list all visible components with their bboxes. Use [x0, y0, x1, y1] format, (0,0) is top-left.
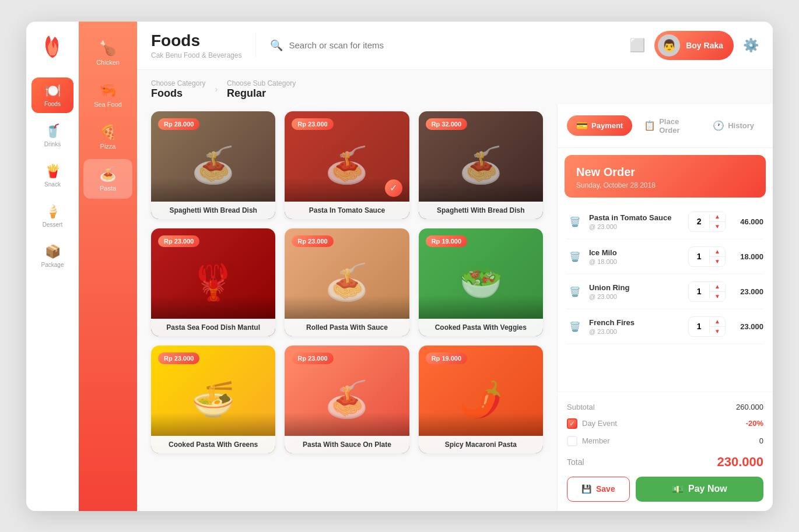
food-card[interactable]: 🍝 Rp 23.000 Rolled Pasta With Sauce	[285, 228, 409, 336]
order-item-unit-price: @ 23.000	[589, 328, 682, 335]
member-row: Member 0	[567, 432, 763, 450]
food-price-badge: Rp 23.000	[292, 118, 333, 130]
settings-icon[interactable]: ⚙️	[743, 38, 759, 53]
food-card[interactable]: 🥗 Rp 19.000 Cooked Pasta With Veggies	[419, 228, 543, 336]
delete-item-button[interactable]: 🗑️	[567, 249, 583, 265]
page-subtitle: Cak Benu Food & Beverages	[151, 51, 241, 59]
day-event-value: -20%	[746, 419, 763, 428]
header-right: 👨 Boy Raka ⚙️	[654, 31, 759, 60]
quantity-buttons: ▲ ▼	[710, 247, 725, 266]
sidebar-item-dessert[interactable]: 🍦 Dessert	[31, 198, 73, 234]
snack-icon: 🍟	[45, 164, 61, 179]
food-card[interactable]: 🍝 Rp 23.000 Pasta With Sauce On Plate	[285, 346, 409, 453]
order-item-total: 23.000	[731, 287, 763, 296]
category-chevron-icon: ›	[215, 84, 218, 94]
quantity-increase-button[interactable]: ▲	[710, 212, 725, 222]
food-card-name: Pasta Sea Food Dish Mantul	[151, 319, 275, 336]
quantity-decrease-button[interactable]: ▼	[710, 327, 725, 336]
tab-payment[interactable]: 💳 Payment	[567, 115, 632, 136]
category-bar: Choose Category Foods › Choose Sub Categ…	[137, 70, 773, 104]
food-card-name: Cooked Pasta With Greens	[151, 436, 275, 453]
food-grid: 🍝 Rp 28.000 Spaghetti With Bread Dish 🍝 …	[151, 111, 543, 453]
quantity-display: 1	[689, 249, 710, 263]
day-event-row: ✓ Day Event -20%	[567, 415, 763, 432]
order-item: 🗑️ Union Ring @ 23.000 1 ▲ ▼ 23.000	[567, 274, 763, 309]
user-name: Boy Raka	[686, 41, 723, 50]
food-card[interactable]: 🍝 Rp 32.000 Spaghetti With Bread Dish	[419, 111, 543, 219]
cat-item-chicken[interactable]: 🍗 Chicken	[83, 33, 132, 73]
search-input[interactable]	[289, 40, 623, 50]
payment-icon: 💳	[576, 120, 588, 131]
order-item-unit-price: @ 23.000	[589, 223, 682, 230]
day-event-checkbox-row: ✓ Day Event	[567, 418, 617, 429]
quantity-decrease-button[interactable]: ▼	[710, 222, 725, 231]
sidebar-item-package[interactable]: 📦 Package	[31, 238, 73, 274]
package-icon: 📦	[45, 244, 61, 259]
order-item-name: Ice Milo	[589, 248, 682, 257]
choose-subcategory-label: Choose Sub Category Regular	[227, 79, 296, 100]
food-grid-wrap: 🍝 Rp 28.000 Spaghetti With Bread Dish 🍝 …	[137, 104, 557, 511]
cat-item-pasta[interactable]: 🍝 Pasta	[83, 159, 132, 199]
cat-item-pizza[interactable]: 🍕 Pizza	[83, 117, 132, 157]
quantity-buttons: ▲ ▼	[710, 317, 725, 336]
save-button[interactable]: 💾 Save	[567, 477, 630, 502]
quantity-box: 2 ▲ ▼	[688, 212, 726, 232]
sidebar-item-foods[interactable]: 🍽️ Foods	[31, 77, 73, 113]
sidebar-item-snack[interactable]: 🍟 Snack	[31, 158, 73, 193]
food-card-name: Pasta In Tomato Sauce	[285, 202, 409, 219]
food-card[interactable]: 🍝 Rp 23.000 Pasta In Tomato Sauce ✓	[285, 111, 409, 219]
quantity-display: 2	[689, 214, 710, 228]
main-content: Foods Cak Benu Food & Beverages 🔍 ⬜ 👨 Bo…	[137, 22, 773, 511]
order-item-info: Ice Milo @ 18.000	[589, 248, 682, 265]
order-item-info: Union Ring @ 23.000	[589, 283, 682, 300]
food-card[interactable]: 🍝 Rp 28.000 Spaghetti With Bread Dish	[151, 111, 275, 219]
sidebar-item-foods-label: Foods	[44, 101, 61, 107]
food-card-name: Spaghetti With Bread Dish	[419, 202, 543, 219]
header-divider	[255, 34, 256, 57]
quantity-decrease-button[interactable]: ▼	[710, 257, 725, 266]
order-item-info: French Fires @ 23.000	[589, 318, 682, 335]
quantity-increase-button[interactable]: ▲	[710, 247, 725, 257]
new-order-header: New Order Sunday, October 28 2018	[565, 155, 766, 198]
subtotal-value: 260.000	[736, 403, 763, 411]
choose-category-label: Choose Category Foods	[151, 79, 205, 100]
pay-now-button[interactable]: 💵 Pay Now	[636, 477, 763, 502]
pasta-icon: 🍝	[99, 166, 117, 182]
search-icon: 🔍	[270, 39, 283, 52]
tab-place-order[interactable]: 📋 Place Order	[635, 112, 701, 139]
total-row: Total 230.000	[567, 450, 763, 477]
food-price-badge: Rp 23.000	[158, 353, 199, 364]
delete-item-button[interactable]: 🗑️	[567, 319, 583, 334]
day-event-checkbox[interactable]: ✓	[567, 418, 577, 429]
cat-item-seafood[interactable]: 🦐 Sea Food	[83, 75, 132, 115]
quantity-decrease-button[interactable]: ▼	[710, 292, 725, 301]
quantity-increase-button[interactable]: ▲	[710, 317, 725, 327]
scan-icon[interactable]: ⬜	[629, 38, 645, 53]
cat-pizza-label: Pizza	[100, 143, 116, 150]
avatar: 👨	[658, 34, 680, 57]
order-item: 🗑️ Pasta in Tomato Sauce @ 23.000 2 ▲ ▼ …	[567, 205, 763, 239]
sidebar-item-drinks[interactable]: 🥤 Drinks	[31, 118, 73, 153]
pizza-icon: 🍕	[99, 124, 117, 140]
user-pill[interactable]: 👨 Boy Raka	[654, 31, 734, 60]
quantity-box: 1 ▲ ▼	[688, 246, 726, 267]
total-value: 230.000	[717, 455, 763, 470]
food-price-badge: Rp 19.000	[426, 235, 467, 247]
total-label: Total	[567, 457, 584, 467]
tab-history[interactable]: 🕐 History	[703, 115, 763, 136]
delete-item-button[interactable]: 🗑️	[567, 284, 583, 300]
food-card-name: Pasta With Sauce On Plate	[285, 436, 409, 453]
delete-item-button[interactable]: 🗑️	[567, 214, 583, 230]
quantity-display: 1	[689, 319, 710, 333]
search-area: 🔍 ⬜	[270, 38, 645, 53]
quantity-control: 1 ▲ ▼	[688, 246, 726, 267]
food-card[interactable]: 🌶️ Rp 19.000 Spicy Macaroni Pasta	[419, 346, 543, 453]
member-checkbox[interactable]	[567, 436, 577, 446]
order-item: 🗑️ French Fires @ 23.000 1 ▲ ▼ 23.000	[567, 309, 763, 344]
food-card[interactable]: 🍜 Rp 23.000 Cooked Pasta With Greens	[151, 346, 275, 453]
order-item-info: Pasta in Tomato Sauce @ 23.000	[589, 213, 682, 230]
quantity-increase-button[interactable]: ▲	[710, 282, 725, 292]
food-card[interactable]: 🦞 Rp 23.000 Pasta Sea Food Dish Mantul	[151, 228, 275, 336]
new-order-title: New Order	[576, 165, 754, 179]
quantity-control: 1 ▲ ▼	[688, 281, 726, 302]
